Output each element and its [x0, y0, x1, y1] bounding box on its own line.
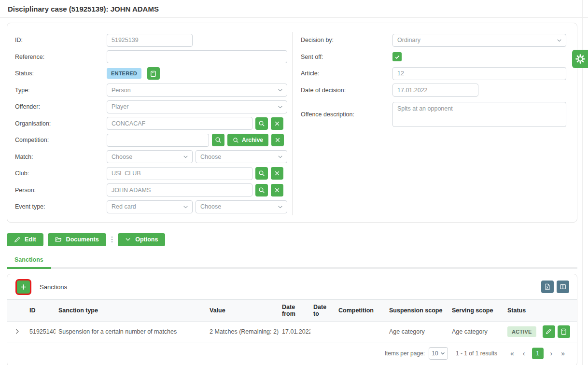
- status-label: Status:: [15, 70, 107, 77]
- options-button[interactable]: Options: [118, 233, 165, 246]
- chevron-down-icon: [125, 237, 131, 242]
- settings-flyout-button[interactable]: [572, 50, 588, 68]
- column-header-competition[interactable]: Competition: [336, 299, 386, 321]
- search-icon: [258, 170, 265, 177]
- row-expander-button[interactable]: [13, 327, 21, 336]
- event-type-select-2[interactable]: Choose: [196, 200, 287, 213]
- club-input[interactable]: [107, 167, 252, 180]
- column-header-date-to[interactable]: Date to: [310, 299, 336, 321]
- offender-select[interactable]: Player: [107, 100, 287, 113]
- close-icon: [274, 121, 280, 126]
- organisation-search-button[interactable]: [255, 117, 268, 130]
- sanction-history-button[interactable]: [558, 325, 570, 338]
- sanctions-header: Sanctions: [7, 274, 577, 299]
- cell-id: 51925140: [27, 321, 56, 342]
- status-badge: ACTIVE: [507, 326, 536, 337]
- competition-label: Competition:: [15, 137, 107, 143]
- offence-description-label: Offence description:: [301, 111, 392, 118]
- chevron-down-icon: [440, 351, 445, 356]
- next-page-button[interactable]: ›: [546, 349, 557, 358]
- chevron-down-icon: [278, 204, 283, 210]
- form-right-column: Decision by: Ordinary Sent off: Article:…: [292, 32, 577, 215]
- tab-sanctions[interactable]: Sanctions: [7, 253, 51, 269]
- pagination-bar: Items per page: 10 1 - 1 of 1 results « …: [7, 342, 577, 365]
- documents-button[interactable]: Documents: [48, 233, 106, 246]
- column-header-value[interactable]: Value: [207, 299, 279, 321]
- organisation-label: Organisation:: [15, 120, 107, 127]
- toolbar-more-dots-icon[interactable]: [112, 237, 113, 243]
- column-header-id[interactable]: ID: [27, 299, 56, 321]
- organisation-input[interactable]: [107, 117, 252, 130]
- club-clear-button[interactable]: [271, 167, 283, 180]
- decision-by-select[interactable]: Ordinary: [392, 34, 566, 47]
- cell-date-to: [310, 321, 336, 342]
- edit-button[interactable]: Edit: [7, 233, 43, 246]
- match-select-2-value: Choose: [200, 154, 221, 160]
- sanctions-table: ID Sanction type Value Date from Date to…: [7, 299, 577, 342]
- checkmark-icon: [394, 54, 400, 60]
- export-excel-button[interactable]: [541, 281, 554, 293]
- article-label: Article:: [301, 70, 392, 77]
- status-history-button[interactable]: [147, 67, 160, 80]
- pencil-icon: [14, 237, 20, 243]
- status-badge: ENTERED: [107, 68, 141, 79]
- current-page-button[interactable]: 1: [532, 348, 544, 359]
- person-search-button[interactable]: [255, 184, 268, 197]
- type-select[interactable]: Person: [107, 84, 287, 97]
- gear-icon: [575, 54, 585, 64]
- table-header-row: ID Sanction type Value Date from Date to…: [7, 299, 577, 321]
- event-type-select-1-value: Red card: [112, 203, 136, 210]
- match-select-2[interactable]: Choose: [196, 150, 287, 163]
- search-icon: [233, 137, 239, 143]
- sent-off-checkbox[interactable]: [392, 52, 402, 61]
- previous-page-button[interactable]: ‹: [518, 349, 530, 358]
- club-search-button[interactable]: [255, 167, 268, 180]
- person-clear-button[interactable]: [271, 184, 283, 197]
- offender-select-value: Player: [112, 103, 128, 110]
- column-header-status[interactable]: Status: [504, 299, 577, 321]
- id-input[interactable]: [107, 34, 193, 47]
- sanctions-title: Sanctions: [40, 283, 67, 291]
- clipboard-icon: [560, 328, 567, 335]
- reference-input[interactable]: [107, 50, 287, 63]
- items-per-page-label: Items per page:: [385, 350, 425, 357]
- first-page-button[interactable]: «: [506, 349, 518, 358]
- pencil-icon: [546, 328, 552, 335]
- organisation-clear-button[interactable]: [271, 117, 283, 130]
- cell-competition: [336, 321, 386, 342]
- sent-off-label: Sent off:: [301, 54, 392, 60]
- sanctions-tools: [541, 281, 569, 293]
- page-title: Disciplinary case (51925139): JOHN ADAMS: [0, 0, 588, 17]
- results-count-text: 1 - 1 of 1 results: [456, 350, 497, 357]
- event-type-select-1[interactable]: Red card: [107, 200, 193, 213]
- add-sanction-button[interactable]: [17, 281, 30, 294]
- match-select-1[interactable]: Choose: [107, 150, 193, 163]
- competition-search-button[interactable]: [212, 134, 224, 146]
- column-header-sanction-type[interactable]: Sanction type: [56, 299, 207, 321]
- column-header-serving-scope[interactable]: Serving scope: [449, 299, 504, 321]
- competition-input[interactable]: [107, 134, 209, 147]
- chevron-down-icon: [557, 38, 562, 43]
- column-header-date-from[interactable]: Date from: [279, 299, 310, 321]
- match-label: Match:: [15, 154, 107, 160]
- competition-archive-search-button[interactable]: Archive: [227, 134, 268, 146]
- options-button-label: Options: [135, 236, 158, 243]
- competition-clear-button[interactable]: [271, 134, 284, 146]
- last-page-button[interactable]: »: [557, 349, 569, 358]
- article-input[interactable]: [392, 67, 566, 80]
- column-header-suspension-scope[interactable]: Suspension scope: [386, 299, 449, 321]
- column-chooser-button[interactable]: [557, 281, 569, 293]
- search-icon: [215, 137, 222, 143]
- person-input[interactable]: [107, 183, 252, 197]
- offence-description-textarea[interactable]: Spits at an opponent: [392, 102, 566, 127]
- folder-open-icon: [55, 236, 62, 243]
- cell-value: 2 Matches (Remaining: 2): [207, 321, 279, 342]
- search-icon: [258, 120, 265, 127]
- reference-label: Reference:: [15, 54, 107, 60]
- chevron-down-icon: [278, 87, 283, 93]
- date-of-decision-input[interactable]: [392, 84, 478, 97]
- edit-button-label: Edit: [25, 236, 36, 243]
- close-icon: [275, 137, 280, 143]
- edit-sanction-button[interactable]: [543, 325, 555, 338]
- page-size-select[interactable]: 10: [429, 347, 448, 360]
